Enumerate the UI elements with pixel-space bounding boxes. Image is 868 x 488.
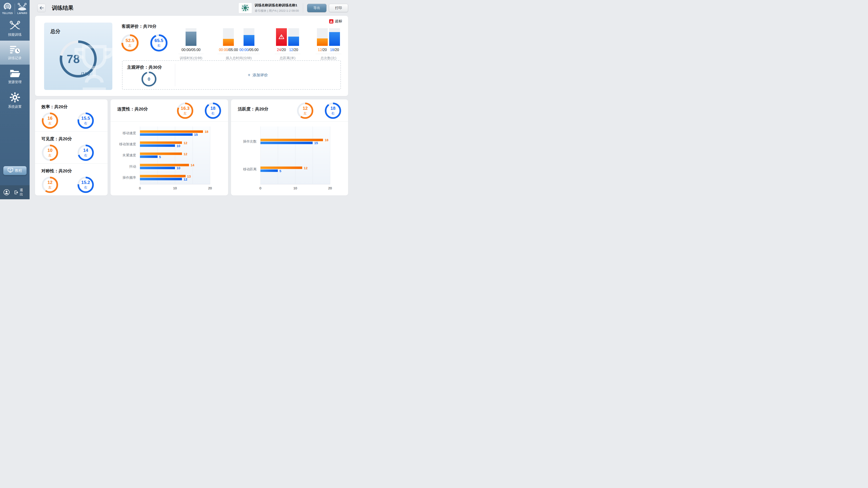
bar-value: 18 (205, 130, 209, 133)
metric-title: 效率：共20分 (41, 104, 107, 110)
gauge-group-1: 00:00/05:0000:00/05:00插入总时间(分钟) (219, 28, 258, 60)
gauge-value: 12/20 (318, 48, 327, 52)
coherence-chart: 移动速度1815移动加速度1210夹紧速度125抖动1410操作频率131201… (140, 127, 210, 184)
metric-title: 可见度：共20分 (41, 136, 107, 142)
export-button[interactable]: 导出 (307, 4, 327, 12)
bar-left: 12 (260, 166, 302, 169)
logout-icon (14, 190, 18, 195)
metrics-card: 效率：共20分16左15.5右可见度：共20分10左14右对称性：共20分12左… (35, 99, 107, 195)
ring-value: 65.5 (155, 38, 163, 43)
ring-value: 18 (211, 106, 215, 110)
gauge-value: 18/20 (330, 48, 339, 52)
tellyes-label: TELLYES (2, 12, 13, 14)
video-tutorial-icon (8, 168, 13, 173)
metric-ring: 14右 (78, 144, 94, 161)
card-divider (111, 121, 228, 122)
session-thumbnail (239, 3, 252, 13)
metric-ring: 15.5右 (78, 112, 94, 129)
ring-side-label: 右 (331, 111, 335, 116)
overflow-badge-label: 超标 (335, 19, 342, 24)
bar-group: 抖动1410 (140, 163, 210, 170)
activity-chart: 操作次数1815移动距离12501020 (260, 127, 330, 184)
ring-side-label: 左 (128, 43, 131, 48)
bar-group: 移动加速度1210 (140, 141, 210, 147)
bar-left: 18 (140, 130, 203, 133)
gauge-label: 插入总时间(分钟) (226, 56, 252, 60)
ring-side-label: 右 (157, 43, 160, 48)
bar-left: 18 (260, 139, 323, 141)
tutorial-button[interactable]: 教程 (3, 166, 27, 175)
session-summary: 训练名称训练名称训练名称1 牵引模块 | 用户A | 2022-1-2 09:0… (239, 3, 348, 13)
ring-value: 18 (331, 106, 336, 110)
coherence-rings: 16.3左 18右 (177, 103, 221, 119)
bar-group: 操作频率1312 (140, 174, 210, 181)
coherence-card: 连贯性：共20分 16.3左 18右 移动速度1815移动加速度1210夹紧速度… (111, 99, 228, 195)
sidebar-item-0[interactable]: 技能训练 (0, 17, 30, 41)
bar-group: 移动速度1815 (140, 130, 210, 136)
gauge-bar-unit: 12/20 (288, 28, 299, 52)
bar-right: 12 (140, 178, 182, 180)
sidebar-item-2[interactable]: 资源管理 (0, 65, 30, 89)
gauge-label: 训练时长(分钟) (180, 56, 202, 60)
gauge-value: 00:00/05:00 (219, 48, 238, 52)
ring-side-label: 左 (184, 111, 187, 116)
bar-left: 12 (140, 153, 182, 155)
total-score-card: 总分 78/100 (44, 23, 112, 90)
print-button[interactable]: 打印 (329, 4, 348, 12)
category-label: 移动距离 (243, 167, 256, 171)
bar-left: 14 (140, 164, 189, 166)
bar-value: 5 (159, 155, 161, 159)
metric-ring: 10左 (42, 144, 58, 161)
ring-value: 12 (303, 106, 308, 110)
metric-section-1: 可见度：共20分10左14右 (35, 131, 107, 163)
total-score-title: 总分 (51, 28, 60, 35)
x-axis: 01020 (140, 184, 210, 191)
bar-value: 18 (324, 138, 329, 142)
session-info: 训练名称训练名称训练名称1 牵引模块 | 用户A | 2022-1-2 09:0… (255, 3, 299, 13)
gauge-value: 00:00/05:00 (239, 48, 258, 52)
sidebar-footer: 退出 (0, 185, 30, 199)
page-title: 训练结果 (52, 4, 73, 11)
gauge-bar-unit: 18/20 (329, 28, 340, 52)
gauge-value: 12/20 (289, 48, 298, 52)
ring-value: 52.5 (126, 38, 134, 43)
sidebar-item-3[interactable]: 系统设置 (0, 89, 30, 112)
bar-right: 10 (140, 167, 175, 169)
bar-value: 5 (279, 169, 281, 173)
instruments-icon (9, 21, 21, 31)
gauge-bar-unit: 00:00/05:00 (182, 28, 201, 52)
metric-ring: 15.2右 (78, 177, 94, 193)
logout-label: 退出 (20, 188, 26, 197)
activity-card: 活跃度：共20分 12左 18右 操作次数1815移动距离12501020 (231, 99, 348, 195)
gauge-value: 24/20 (277, 48, 286, 52)
metric-ring: 12左 (42, 177, 58, 193)
back-button[interactable] (37, 4, 46, 12)
x-tick-label: 10 (293, 186, 297, 190)
gauge-value: 00:00/05:00 (182, 48, 201, 52)
card-divider (231, 121, 348, 122)
coherence-left-ring: 16.3左 (177, 103, 193, 119)
add-evaluation-button[interactable]: + 添加评价 (175, 61, 340, 89)
brand-logos: TELLYES LAPARO (2, 3, 28, 14)
x-tick-label: 10 (173, 186, 177, 190)
logout-button[interactable]: 退出 (14, 188, 26, 197)
metric-ring: 16左 (42, 112, 58, 129)
gear-icon (10, 92, 20, 103)
avatar-icon[interactable] (3, 189, 10, 195)
category-label: 移动加速度 (119, 142, 136, 147)
activity-title: 活跃度：共20分 (238, 106, 268, 112)
bar-left: 13 (140, 175, 186, 177)
ring-side-label: 左 (304, 111, 307, 116)
bar-left: 12 (140, 141, 182, 144)
summary-card: 总分 78/100 客观评价：共70分 52.5左 65.5右 (35, 16, 348, 96)
trophy-watermark (69, 43, 112, 90)
laparo-instruments-icon (17, 3, 27, 11)
gauge-label: 总距离(米) (280, 56, 296, 60)
sidebar-item-label: 技能训练 (8, 33, 22, 37)
category-label: 夹紧速度 (123, 153, 136, 158)
gauge-group-3: 12/2018/20总次数(次) (317, 28, 340, 60)
subjective-box: 主观评价：共30分 0 + 添加评价 (122, 60, 341, 90)
warning-triangle-icon (278, 34, 284, 40)
bar-value: 12 (184, 177, 187, 181)
sidebar-item-1[interactable]: 训练记录 (0, 41, 30, 65)
